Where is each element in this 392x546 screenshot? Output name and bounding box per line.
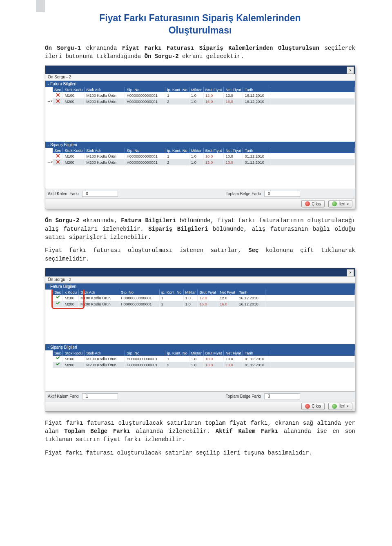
footer-bar: Aktif Kalem Farkı 1 Toplam Belge Farkı 3 <box>45 391 355 401</box>
aktif-kalem-label: Aktif Kalem Farkı <box>48 394 79 399</box>
col-sipno[interactable]: Sip. No <box>125 87 165 92</box>
page-title-line1: Fiyat Farkı Faturasının Sipariş Kalemler… <box>99 13 301 23</box>
fatura-grid[interactable]: Sec k Kodu Stok Adı Sip. No ip. Kont. No… <box>53 290 355 307</box>
paragraph-5: Fiyat farkı faturası oluşturulacak satır… <box>45 449 355 457</box>
aktif-kalem-field: 1 <box>82 393 118 399</box>
page-title: Fiyat Farkı Faturasının Sipariş Kalemler… <box>45 12 355 37</box>
col-net[interactable]: Net Fiyat <box>224 87 243 92</box>
siparis-grid[interactable]: Sec Stok Kodu Stok Adı Sip. No ip. Kont.… <box>53 350 355 368</box>
window-tab-label: Ön Sorgu - 2 <box>45 276 355 283</box>
aktif-kalem-field: 0 <box>82 191 118 197</box>
col-stokkodu[interactable]: Stok Kodu <box>63 87 85 92</box>
screenshot-2: × Ön Sorgu - 2 - Fatura Bilgileri Sec k … <box>45 268 355 412</box>
section-fatura-header: - Fatura Bilgileri <box>45 283 355 290</box>
window-close-button[interactable]: × <box>347 67 354 74</box>
check-icon <box>56 356 60 361</box>
table-row[interactable]: M200 M200 Kodlu Ürün H0000000000001 2 1.… <box>53 301 355 307</box>
x-icon <box>56 99 60 103</box>
grid-header-row: Sec k Kodu Stok Adı Sip. No ip. Kont. No… <box>53 290 355 295</box>
row-pointer-icon: --> <box>45 159 53 164</box>
row-pointer-icon: --> <box>45 98 53 103</box>
paragraph-3: Fiyat farkı faturası oluşturulması isten… <box>45 246 355 263</box>
col-sec[interactable]: Sec <box>53 87 63 92</box>
check-icon <box>56 295 60 300</box>
col-brut[interactable]: Brut Fiyat <box>203 87 224 92</box>
table-row[interactable]: M100 M100 Kodlu Ürün H0000000000001 1 1.… <box>53 153 355 159</box>
toplam-belge-label: Toplam Belge Farkı <box>226 192 261 196</box>
paragraph-4: Fiyat farkı faturası oluşturulacak satır… <box>45 419 355 444</box>
toplam-belge-label: Toplam Belge Farkı <box>226 394 261 399</box>
window-tab-label: Ön Sorgu - 2 <box>45 74 355 80</box>
check-icon <box>56 301 60 306</box>
ileri-button[interactable]: İleri > <box>328 200 352 207</box>
col-miktar[interactable]: Miktar <box>189 87 203 92</box>
cikis-button[interactable]: Çıkış <box>301 200 325 207</box>
footer-bar: Aktif Kalem Farkı 0 Toplam Belge Farkı 0 <box>45 189 355 198</box>
siparis-grid[interactable]: Sec Stok Kodu Stok Adı Sip. No ip. Kont.… <box>53 148 355 165</box>
col-tarih[interactable]: Tarih <box>243 87 271 92</box>
forward-icon <box>332 404 337 409</box>
paragraph-2: Ön Sorgu-2 ekranında, Fatura Bilgileri b… <box>45 216 355 241</box>
section-fatura-header: - Fatura Bilgileri <box>45 81 355 87</box>
table-row[interactable]: M100 M100 Kodlu Ürün H0000000000001 1 1.… <box>53 356 355 362</box>
toplam-belge-field: 0 <box>264 191 300 197</box>
intro-paragraph: Ön Sorgu-1 ekranında Fiyat Farkı Faturas… <box>45 44 355 61</box>
grid-header-row: Sec Stok Kodu Stok Adı Sip. No ip. Kont.… <box>53 148 355 153</box>
page-side-stripe <box>36 0 45 12</box>
window-titlebar: × <box>45 66 355 74</box>
grid-header-row: Sec Stok Kodu Stok Adı Sip. No ip. Kont.… <box>53 87 355 92</box>
page-title-line2: Oluşturulması <box>169 25 232 36</box>
col-stokadi[interactable]: Stok Adı <box>85 87 125 92</box>
table-row[interactable]: M100 M100 Kodlu Ürün H0000000000001 1 1.… <box>53 92 355 98</box>
ileri-button[interactable]: İleri > <box>328 403 352 410</box>
table-row[interactable]: M100 M100 Kodlu Ürün H0000000000001 1 1.… <box>53 295 355 301</box>
section-siparis-header: - Sipariş Bilgileri <box>45 344 355 350</box>
close-icon <box>305 201 310 206</box>
col-kont[interactable]: ip. Kont. No <box>165 87 189 92</box>
forward-icon <box>332 201 337 206</box>
grid-header-row: Sec Stok Kodu Stok Adı Sip. No ip. Kont.… <box>53 350 355 356</box>
close-icon <box>305 404 310 409</box>
window-titlebar: × <box>45 268 355 276</box>
section-siparis-header: - Sipariş Bilgileri <box>45 142 355 148</box>
table-row[interactable]: M200 M200 Kodlu Ürün H0000000000001 2 1.… <box>53 159 355 165</box>
cikis-button[interactable]: Çıkış <box>301 403 325 410</box>
intro-bold-2: Fiyat Farkı Faturası Sipariş Kalemlerind… <box>122 45 319 51</box>
window-close-button[interactable]: × <box>347 269 354 276</box>
x-icon <box>56 93 60 97</box>
check-icon <box>56 362 60 367</box>
x-icon <box>56 154 60 158</box>
aktif-kalem-label: Aktif Kalem Farkı <box>48 192 79 196</box>
intro-bold-3: Ön Sorgu-2 <box>145 53 179 60</box>
screenshot-1: × Ön Sorgu - 2 - Fatura Bilgileri --> Se… <box>45 65 355 209</box>
table-row[interactable]: M200 M200 Kodlu Ürün H0000000000001 2 1.… <box>53 98 355 105</box>
fatura-grid[interactable]: Sec Stok Kodu Stok Adı Sip. No ip. Kont.… <box>53 87 355 105</box>
x-icon <box>56 160 60 164</box>
toplam-belge-field: 3 <box>264 393 300 399</box>
button-bar: Çıkış İleri > <box>45 401 355 411</box>
table-row[interactable]: M200 M200 Kodlu Ürün H0000000000001 2 1.… <box>53 362 355 368</box>
button-bar: Çıkış İleri > <box>45 198 355 209</box>
intro-bold-1: Ön Sorgu-1 <box>45 45 81 51</box>
